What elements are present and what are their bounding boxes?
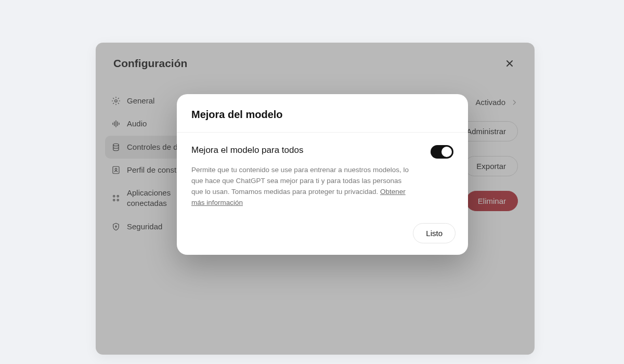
modal-title: Mejora del modelo xyxy=(191,109,453,121)
modal-footer: Listo xyxy=(177,214,468,255)
modal-setting-row: Mejora el modelo para todos xyxy=(191,145,453,159)
modal-header: Mejora del modelo xyxy=(177,94,468,133)
modal-setting-label: Mejora el modelo para todos xyxy=(191,145,303,155)
modal-body: Mejora el modelo para todos Permite que … xyxy=(177,133,468,214)
done-button[interactable]: Listo xyxy=(413,223,456,243)
improve-model-toggle[interactable] xyxy=(431,145,453,159)
modal-setting-description: Permite que tu contenido se use para ent… xyxy=(191,165,410,209)
modal-description-text: Permite que tu contenido se use para ent… xyxy=(191,166,409,196)
model-improvement-modal: Mejora del modelo Mejora el modelo para … xyxy=(177,94,468,255)
